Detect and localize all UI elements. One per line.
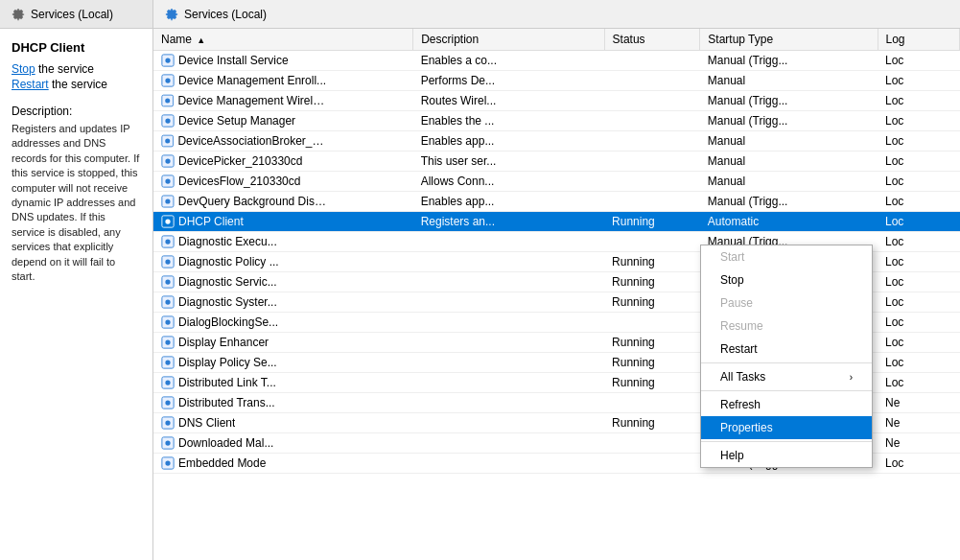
restart-suffix: the service <box>49 78 107 91</box>
main-content: DHCP Client Stop the service Restart the… <box>0 29 960 560</box>
service-name-cell: DialogBlockingSe... <box>153 313 336 332</box>
table-row[interactable]: DevicesFlow_210330cdAllows Conn...Manual… <box>153 172 960 192</box>
context-menu-item-label: Restart <box>720 342 758 356</box>
service-name-cell: DevicesFlow_210330cd <box>153 172 336 191</box>
context-menu-item-refresh[interactable]: Refresh <box>701 393 872 416</box>
service-name-cell: Diagnostic Servic... <box>153 272 336 292</box>
service-log-cell: Loc <box>878 172 960 192</box>
col-header-log[interactable]: Log <box>878 29 960 51</box>
service-desc-cell: Enables the ... <box>413 111 604 131</box>
service-startup-cell: Manual (Trigg... <box>700 192 878 212</box>
col-header-status[interactable]: Status <box>604 29 700 51</box>
service-name-label: DialogBlockingSe... <box>178 315 278 329</box>
stop-link[interactable]: Stop <box>12 62 35 76</box>
service-log-cell: Loc <box>878 454 960 474</box>
table-row[interactable]: DeviceAssociationBroker_21...Enables app… <box>153 131 960 152</box>
svg-point-18 <box>165 219 170 223</box>
service-startup-cell: Manual (Trigg... <box>700 111 878 131</box>
service-name-label: DevicesFlow_210330cd <box>178 175 300 188</box>
context-menu-separator <box>701 441 872 442</box>
service-log-cell: Loc <box>878 131 960 152</box>
table-row[interactable]: Device Install ServiceEnables a co...Man… <box>153 51 960 71</box>
service-name-cell: Diagnostic Policy ... <box>153 252 336 271</box>
service-name-label: Display Policy Se... <box>178 356 277 369</box>
stop-line: Stop the service <box>12 62 141 76</box>
service-startup-cell: Manual (Trigg... <box>700 91 878 111</box>
service-desc-cell: Enables a co... <box>413 51 604 71</box>
title-bar-right-label: Services (Local) <box>184 8 267 21</box>
table-row[interactable]: DevicePicker_210330cdThis user ser...Man… <box>153 152 960 172</box>
svg-point-20 <box>165 239 170 244</box>
service-status-cell: Running <box>604 373 700 393</box>
svg-point-6 <box>165 98 170 103</box>
service-log-cell: Loc <box>878 212 960 232</box>
service-name-label: DeviceAssociationBroker_21... <box>177 134 328 148</box>
service-startup-cell: Manual <box>700 152 878 172</box>
svg-point-40 <box>165 440 170 445</box>
service-desc-cell <box>413 413 604 433</box>
context-menu-item-label: Stop <box>720 273 744 287</box>
table-row[interactable]: Device Management Wireles...Routes Wirel… <box>153 91 960 111</box>
col-header-desc[interactable]: Description <box>413 29 604 51</box>
service-name-cell: DevQuery Background Disc... <box>153 192 336 211</box>
service-desc-cell <box>413 373 604 393</box>
service-log-cell: Loc <box>878 51 960 71</box>
service-status-cell <box>604 232 700 252</box>
service-log-cell: Loc <box>878 91 960 111</box>
service-desc-cell <box>413 454 604 474</box>
service-name-label: Diagnostic Servic... <box>178 275 277 289</box>
context-menu-item-all-tasks[interactable]: All Tasks› <box>701 365 872 388</box>
svg-point-26 <box>165 299 170 304</box>
svg-point-30 <box>165 339 170 344</box>
service-name-cell: Device Setup Manager <box>153 111 336 130</box>
service-name-cell: Device Management Wireles... <box>153 91 336 110</box>
service-desc-cell <box>413 433 604 454</box>
service-status-cell <box>604 71 700 91</box>
context-menu-item-help[interactable]: Help <box>701 444 872 467</box>
context-menu-item-pause: Pause <box>701 292 872 315</box>
context-menu-item-properties[interactable]: Properties <box>701 416 872 439</box>
context-menu-separator <box>701 390 872 391</box>
context-menu-item-label: All Tasks <box>720 370 765 384</box>
restart-link[interactable]: Restart <box>12 78 49 91</box>
service-name-cell: Diagnostic Syster... <box>153 292 336 312</box>
table-row[interactable]: Device Management Enroll...Performs De..… <box>153 71 960 91</box>
service-status-cell <box>604 454 700 474</box>
service-log-cell: Ne <box>878 413 960 433</box>
table-row[interactable]: DevQuery Background Disc...Enables app..… <box>153 192 960 212</box>
sort-arrow: ▲ <box>197 35 205 45</box>
table-row[interactable]: Device Setup ManagerEnables the ...Manua… <box>153 111 960 131</box>
svg-point-24 <box>165 279 170 284</box>
svg-point-14 <box>165 178 170 183</box>
svg-point-12 <box>165 158 170 163</box>
service-desc-cell <box>413 333 604 353</box>
table-header: Name ▲ Description Status Startup Type L… <box>153 29 960 51</box>
svg-point-8 <box>165 118 170 123</box>
service-log-cell: Loc <box>878 353 960 373</box>
context-menu-item-label: Properties <box>720 421 773 434</box>
svg-point-32 <box>165 360 170 364</box>
service-name-cell: Embedded Mode <box>153 454 336 473</box>
service-log-cell: Ne <box>878 433 960 454</box>
service-name-label: Device Management Enroll... <box>178 74 326 87</box>
service-name-cell: Diagnostic Execu... <box>153 232 336 251</box>
service-log-cell: Loc <box>878 272 960 292</box>
service-status-cell: Running <box>604 333 700 353</box>
service-status-cell <box>604 192 700 212</box>
col-header-name[interactable]: Name ▲ <box>153 29 413 51</box>
table-row[interactable]: DHCP ClientRegisters an...RunningAutomat… <box>153 212 960 232</box>
svg-point-4 <box>165 78 170 82</box>
title-bar-left: Services (Local) <box>0 0 153 28</box>
col-header-startup[interactable]: Startup Type <box>700 29 878 51</box>
service-log-cell: Loc <box>878 111 960 131</box>
service-name-label: Embedded Mode <box>178 456 266 470</box>
service-name-cell: Device Management Enroll... <box>153 71 336 90</box>
service-status-cell: Running <box>604 272 700 292</box>
context-menu-item-start: Start <box>701 245 872 268</box>
context-menu: StartStopPauseResumeRestartAll Tasks›Ref… <box>700 245 873 468</box>
service-name-label: DevQuery Background Disc... <box>178 195 328 208</box>
context-menu-item-stop[interactable]: Stop <box>701 268 872 292</box>
service-name-label: Distributed Trans... <box>178 396 275 409</box>
service-log-cell: Loc <box>878 232 960 252</box>
context-menu-item-restart[interactable]: Restart <box>701 338 872 361</box>
